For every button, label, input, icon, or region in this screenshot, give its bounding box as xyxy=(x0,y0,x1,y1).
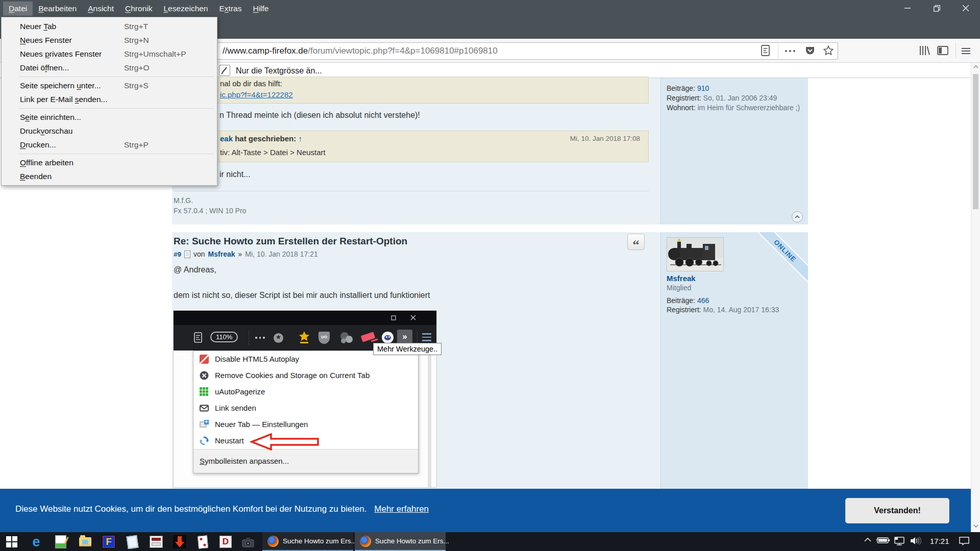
pencil-icon[interactable] xyxy=(219,65,230,76)
avatar[interactable] xyxy=(667,237,724,271)
menubar-item-ansicht[interactable]: Ansicht xyxy=(82,2,119,16)
file-menu-item-link-senden[interactable]: Link per E-Mail senden... xyxy=(2,92,217,106)
menubar-item-datei[interactable]: Datei xyxy=(3,2,33,16)
file-explorer-icon[interactable] xyxy=(79,535,92,548)
shot-circled-star-icon xyxy=(274,333,283,343)
minimize-button[interactable] xyxy=(896,0,919,16)
file-menu-item-neuer-tab[interactable]: Neuer TabStrg+T xyxy=(2,19,217,33)
start-button[interactable] xyxy=(5,535,18,548)
camera-app-icon[interactable] xyxy=(241,535,255,548)
shot-page-actions-icon xyxy=(255,325,265,350)
item-shortcut: Strg+T xyxy=(124,19,148,33)
tray-clock[interactable]: 17:21 xyxy=(930,537,949,545)
editor-app-icon[interactable] xyxy=(54,535,67,548)
quote1-link[interactable]: ic.php?f=4&t=122282 xyxy=(220,90,293,99)
page-scrollbar[interactable] xyxy=(971,63,980,532)
cookie-accept-button[interactable]: Verstanden! xyxy=(845,498,949,523)
page-actions-icon[interactable] xyxy=(785,42,795,60)
action-center-icon[interactable] xyxy=(959,536,970,547)
bookmark-star-icon[interactable] xyxy=(823,45,834,58)
shot-titlebar xyxy=(174,311,436,325)
download-arrow-icon[interactable] xyxy=(173,535,186,548)
posts-count-link[interactable]: 466 xyxy=(697,296,709,305)
bar xyxy=(962,48,970,49)
tray-chevron-icon[interactable] xyxy=(864,536,872,546)
hamburger-menu-icon[interactable] xyxy=(962,46,970,56)
folder-shape xyxy=(79,537,91,546)
file-menu-item-seite-einrichten[interactable]: Seite einrichten... xyxy=(2,110,217,124)
file-menu-item-drucken[interactable]: Drucken...Strg+P xyxy=(2,138,217,152)
notepad-icon[interactable] xyxy=(126,535,139,548)
cookie-learn-more-link[interactable]: Mehr erfahren xyxy=(374,504,429,514)
quote2-jump-arrow[interactable]: ↑ xyxy=(298,134,302,143)
sidebar-glyph xyxy=(937,46,948,55)
camera-glyph xyxy=(242,536,254,547)
cell xyxy=(200,387,202,390)
reader-view-icon[interactable] xyxy=(761,45,770,58)
taskbar-window-2-active[interactable]: Suche Howto zum Ers... xyxy=(355,532,446,551)
file-menu-item-datei-oeffnen[interactable]: Datei öffnen...Strg+O xyxy=(2,61,217,74)
pocket-icon[interactable] xyxy=(805,45,815,58)
taskbar-window-1[interactable]: Suche Howto zum Ers... xyxy=(262,532,353,551)
file-menu-item-offline[interactable]: Offline arbeiten xyxy=(2,156,217,169)
note-shape xyxy=(126,535,138,549)
author-link[interactable]: Msfreak xyxy=(208,250,235,258)
scrollbar-thumb[interactable] xyxy=(973,74,978,209)
volume-icon[interactable] xyxy=(910,536,922,547)
library-icon[interactable] xyxy=(918,44,930,59)
menubar-item-extras[interactable]: Extras xyxy=(214,2,248,16)
ublock-label: UO xyxy=(321,335,327,339)
menubar: Datei Bearbeiten Ansicht Chronik Lesezei… xyxy=(3,2,274,16)
file-menu-item-druckvorschau[interactable]: Druckvorschau xyxy=(2,124,217,138)
sidebar-toggle-icon[interactable] xyxy=(937,46,948,57)
restore-button[interactable] xyxy=(925,0,948,16)
post-number-link[interactable]: #9 xyxy=(174,251,181,258)
item-shortcut: Strg+P xyxy=(124,138,149,152)
posts-count-link[interactable]: 910 xyxy=(697,84,709,92)
menubar-item-chronik[interactable]: Chronik xyxy=(119,2,158,16)
post9-body1: @ Andreas, xyxy=(174,265,216,274)
edge-icon[interactable]: e xyxy=(30,535,43,548)
post9-body2: dem ist nicht so, dieser Script ist bei … xyxy=(174,291,430,300)
disable-html5-icon xyxy=(200,355,209,364)
network-icon[interactable] xyxy=(893,536,905,547)
cookie-text-row: Diese Website nutzt Cookies, um dir den … xyxy=(15,504,429,514)
menu-label: Bearbeiten xyxy=(38,4,77,13)
cards-app-icon[interactable] xyxy=(196,535,209,548)
shot-ublock-icon: UO xyxy=(318,332,330,344)
registered-line: Registriert: Mo, 14. Aug 2017 16:33 xyxy=(667,305,779,315)
printer-app-icon[interactable] xyxy=(150,535,163,548)
bubble-face xyxy=(384,335,391,340)
scroll-top-button[interactable] xyxy=(792,211,803,222)
file-menu-item-seite-speichern[interactable]: Seite speichern unter...Strg+S xyxy=(2,79,217,92)
profile-name-link[interactable]: Msfreak xyxy=(667,274,696,283)
file-menu-item-beenden[interactable]: Beenden xyxy=(2,169,217,183)
urlbar-text[interactable]: //www.camp-firefox.de/forum/viewtopic.ph… xyxy=(223,43,498,59)
post-image-screenshot: 110% UO » Mehr Werkzeuge.. Disable HTML5… xyxy=(174,311,436,487)
quote2-author-link[interactable]: eak xyxy=(220,134,233,143)
menu-item-label: Disable HTML5 Autoplay xyxy=(215,351,299,367)
f-app-icon[interactable]: F xyxy=(102,535,115,548)
post8-quote1: nal ob dir das hilft: ic.php?f=4&t=12228… xyxy=(183,77,649,104)
zoom-text-label[interactable]: Nur die Textgrösse än... xyxy=(236,65,322,77)
file-menu-item-neues-fenster[interactable]: Neues FensterStrg+N xyxy=(2,33,217,47)
signature-line: Fx 57.0.4 ; WIN 10 Pro xyxy=(174,206,246,216)
scrollbar-down-arrow[interactable] xyxy=(973,524,978,528)
edge-glyph: e xyxy=(32,534,40,550)
bar xyxy=(422,340,431,341)
quote-button[interactable]: “ xyxy=(627,234,645,250)
profile-rank: Mitglied xyxy=(667,284,691,292)
menubar-item-lesezeichen[interactable]: Lesezeichen xyxy=(158,2,213,16)
close-button[interactable] xyxy=(954,0,977,16)
cell xyxy=(203,387,205,390)
file-menu-item-privates-fenster[interactable]: Neues privates FensterStrg+Umschalt+P xyxy=(2,47,217,61)
post9-title[interactable]: Re: Suche Howto zum Erstellen der Restar… xyxy=(174,236,407,247)
scrollbar-up-arrow[interactable] xyxy=(973,65,978,68)
menu-item-label: Neustart xyxy=(215,433,244,449)
menubar-item-bearbeiten[interactable]: Bearbeiten xyxy=(33,2,82,16)
battery-icon[interactable] xyxy=(876,536,890,546)
d-app-icon[interactable]: D xyxy=(219,535,232,548)
menubar-item-hilfe[interactable]: Hilfe xyxy=(247,2,274,16)
card-pip xyxy=(203,543,206,546)
post8-profile: Beiträge: 910 Registriert: So, 01. Jan 2… xyxy=(667,84,803,113)
